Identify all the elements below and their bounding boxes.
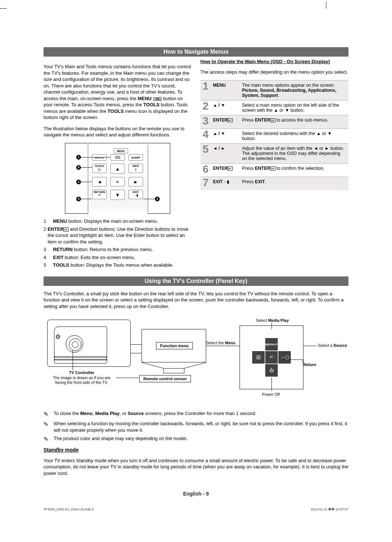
- legend-list: 1MENU button: Displays the main on-scree…: [44, 218, 192, 268]
- callout-5: 5: [76, 165, 81, 170]
- enter-icon: [270, 167, 275, 171]
- print-info: PF4500_5300-ZA_ENG-US.indd 9 2013-01-21 …: [44, 508, 348, 511]
- note-icon: ✎: [44, 435, 51, 443]
- callout-3: 3: [76, 197, 81, 201]
- note-icon: ✎: [44, 410, 51, 418]
- callout-4: 4: [155, 197, 160, 201]
- remote-info-button: INFOi: [128, 164, 143, 173]
- power-off-label: Power Off: [262, 392, 280, 397]
- intro-paragraph: Your TV's Main and Tools menus contains …: [44, 63, 192, 121]
- remote-illustration: MENU MD/TV.B SLEEP TOOLS▢ INFOi ▲ ◄ ↵ ► …: [65, 143, 170, 214]
- remote-menu-button: MENU: [114, 148, 128, 153]
- remote-sleep-button: SLEEP: [128, 154, 143, 161]
- menu-bars-icon: [110, 154, 125, 161]
- arrow-right-icon: ►: [128, 177, 143, 186]
- controller-diagram: ⏻ Function menu TV Controller The image …: [44, 316, 348, 407]
- return-label: Return: [303, 362, 316, 367]
- source-icon: →▢: [278, 351, 291, 364]
- standby-heading: Standby mode: [44, 447, 348, 453]
- enter-icon: [228, 118, 233, 122]
- section-header-navigate: How to Navigate Menus: [44, 47, 348, 57]
- enter-icon: [270, 118, 275, 122]
- remote-return-button: RETURN↶: [92, 190, 107, 199]
- select-media-label: Select Media Play: [256, 318, 289, 323]
- enter-icon: ↵: [110, 177, 125, 186]
- note-3: ✎The product color and shape may vary de…: [44, 435, 348, 443]
- remote-sensor-label: Remote control sensor: [139, 375, 191, 382]
- section-header-controller: Using the TV's Controller (Panel Key): [44, 276, 348, 286]
- step-table: 1MENUThe main menu options appear on the…: [200, 80, 348, 190]
- arrow-up-icon: ▲: [110, 164, 125, 174]
- arrow-down-icon: ▼: [110, 190, 125, 200]
- osd-sub: The access steps may differ depending on…: [200, 69, 348, 75]
- remote-exit-button: EXIT→▮: [128, 190, 143, 199]
- osd-heading: How to Operate the Main Menu (OSD - On S…: [200, 59, 348, 64]
- standby-paragraph: Your TV enters Standby mode when you tur…: [44, 457, 348, 477]
- menu-bars-icon: [155, 97, 160, 101]
- note-1: ✎To close the Menu, Media Play, or Sourc…: [44, 410, 348, 418]
- enter-icon: [228, 167, 233, 171]
- note-icon: ✎: [44, 420, 51, 428]
- select-menu-label: Select the Menu: [206, 341, 236, 345]
- remote-tools-button: TOOLS▢: [92, 164, 107, 173]
- remote-mdisc-button: MD/TV.B: [92, 154, 107, 161]
- mediap-icon: MEDIA.P: [265, 338, 278, 350]
- note-2: ✎When selecting a function by moving the…: [44, 420, 348, 433]
- page-footer: English - 9: [44, 491, 348, 497]
- intro-paragraph-2: The illustration below displays the butt…: [44, 126, 192, 138]
- enter-icon: [64, 227, 69, 231]
- svg-line-12: [142, 362, 163, 368]
- tv-controller-label: TV Controller The image is drawn as if y…: [47, 370, 116, 385]
- menu-bars-icon: [252, 351, 265, 364]
- controller-paragraph: The TV's Controller, a small joy stick l…: [44, 291, 348, 310]
- svg-line-13: [184, 362, 206, 368]
- callout-1: 1: [76, 155, 81, 160]
- callout-2: 2: [76, 180, 81, 184]
- function-menu-label: Function menu: [156, 342, 193, 349]
- arrow-left-icon: ◄: [92, 177, 107, 186]
- return-icon: ↶: [265, 351, 278, 364]
- power-icon: ⏻: [265, 364, 278, 377]
- power-icon: ⏻: [56, 334, 60, 339]
- select-source-label: Select a Source: [318, 343, 347, 348]
